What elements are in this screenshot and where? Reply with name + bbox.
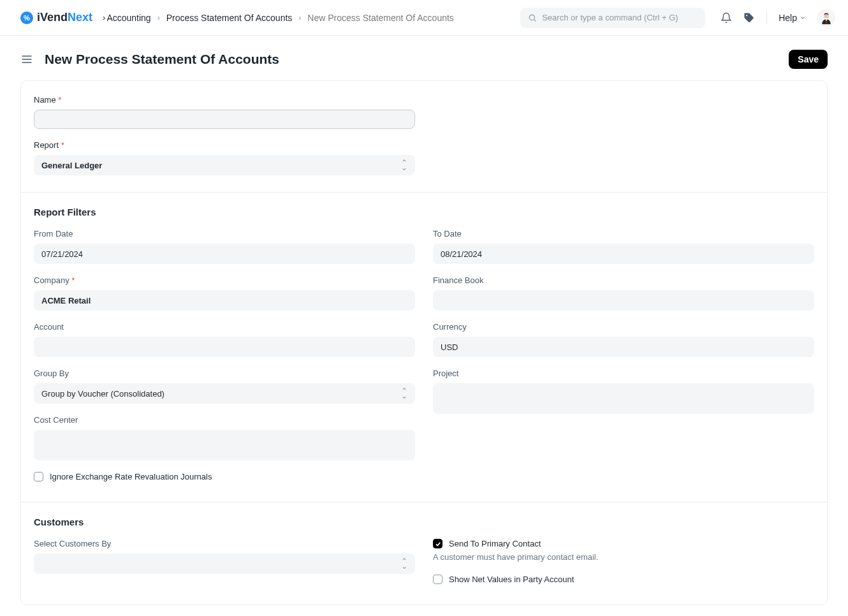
checkbox-checked-icon bbox=[433, 539, 442, 548]
section-report-filters: Report Filters From Date 07/21/2024 Comp… bbox=[21, 193, 827, 502]
divider bbox=[766, 11, 767, 24]
project-label: Project bbox=[433, 369, 814, 378]
breadcrumb-accounting[interactable]: Accounting bbox=[106, 13, 150, 23]
brand-logo[interactable]: % iVendNext bbox=[20, 11, 92, 24]
search-bar[interactable] bbox=[520, 8, 705, 28]
help-label: Help bbox=[779, 13, 797, 23]
brand-text-1: iVend bbox=[37, 11, 68, 24]
show-net-checkbox[interactable]: Show Net Values in Party Account bbox=[433, 575, 814, 584]
help-menu[interactable]: Help bbox=[779, 13, 806, 23]
report-select[interactable]: General Ledger bbox=[34, 155, 415, 175]
avatar[interactable] bbox=[817, 9, 835, 27]
section-customers: Customers Select Customers By ⌃⌄ Send To… bbox=[21, 502, 827, 605]
currency-input[interactable]: USD bbox=[433, 337, 814, 357]
group-by-label: Group By bbox=[34, 369, 415, 378]
section-main: Name * Report * General Ledger ⌃⌄ bbox=[21, 81, 827, 193]
notification-icon[interactable] bbox=[720, 12, 732, 24]
company-input[interactable]: ACME Retail bbox=[34, 290, 415, 311]
select-caret-icon: ⌃⌄ bbox=[401, 559, 407, 569]
svg-line-1 bbox=[534, 19, 536, 21]
project-input[interactable] bbox=[433, 383, 814, 414]
ignore-exchange-checkbox[interactable]: Ignore Exchange Rate Revaluation Journal… bbox=[34, 472, 415, 481]
form-card: Name * Report * General Ledger ⌃⌄ Report… bbox=[20, 80, 828, 605]
menu-icon[interactable] bbox=[20, 53, 33, 66]
page-title: New Process Statement Of Accounts bbox=[45, 52, 789, 67]
group-by-select[interactable]: Group by Voucher (Consolidated) bbox=[34, 383, 415, 404]
account-input[interactable] bbox=[34, 337, 415, 357]
company-label: Company * bbox=[34, 275, 415, 285]
report-filters-title: Report Filters bbox=[34, 207, 814, 217]
select-caret-icon: ⌃⌄ bbox=[401, 160, 407, 170]
breadcrumb-process-soa[interactable]: Process Statement Of Accounts bbox=[166, 13, 293, 23]
to-date-input[interactable]: 08/21/2024 bbox=[433, 244, 814, 264]
name-input[interactable] bbox=[34, 110, 415, 129]
svg-point-0 bbox=[530, 15, 535, 20]
account-label: Account bbox=[34, 322, 415, 332]
save-button[interactable]: Save bbox=[789, 50, 828, 69]
brand-mark: % bbox=[20, 11, 33, 24]
send-primary-label: Send To Primary Contact bbox=[449, 539, 541, 548]
finance-book-input[interactable] bbox=[433, 290, 814, 311]
nav-actions: Help bbox=[720, 9, 835, 27]
currency-label: Currency bbox=[433, 322, 814, 332]
select-customers-by-label: Select Customers By bbox=[34, 539, 415, 548]
cost-center-label: Cost Center bbox=[34, 415, 415, 425]
checkbox-icon bbox=[34, 472, 43, 481]
brand-text-2: Next bbox=[68, 11, 92, 24]
report-label: Report * bbox=[34, 140, 415, 150]
breadcrumb: Accounting › Process Statement Of Accoun… bbox=[106, 13, 453, 23]
search-icon bbox=[528, 13, 537, 22]
name-label: Name * bbox=[34, 95, 415, 105]
from-date-input[interactable]: 07/21/2024 bbox=[34, 244, 415, 264]
customers-title: Customers bbox=[34, 517, 814, 527]
breadcrumb-current: New Process Statement Of Accounts bbox=[307, 13, 454, 23]
send-primary-checkbox[interactable]: Send To Primary Contact bbox=[433, 539, 814, 548]
svg-rect-4 bbox=[826, 20, 826, 24]
ignore-exchange-label: Ignore Exchange Rate Revaluation Journal… bbox=[50, 472, 212, 481]
search-input[interactable] bbox=[542, 13, 698, 22]
to-date-label: To Date bbox=[433, 229, 814, 238]
chevron-right-icon: › bbox=[101, 13, 106, 22]
cost-center-input[interactable] bbox=[34, 430, 415, 460]
show-net-label: Show Net Values in Party Account bbox=[449, 575, 574, 584]
chevron-right-icon: › bbox=[298, 13, 301, 22]
send-primary-helper: A customer must have primary contact ema… bbox=[433, 552, 814, 562]
chevron-right-icon: › bbox=[157, 13, 160, 22]
chevron-down-icon bbox=[800, 15, 806, 21]
page-header: New Process Statement Of Accounts Save bbox=[0, 36, 848, 80]
from-date-label: From Date bbox=[34, 229, 415, 238]
select-customers-by-select[interactable] bbox=[34, 554, 415, 574]
svg-point-2 bbox=[746, 15, 747, 16]
tag-icon[interactable] bbox=[743, 12, 755, 24]
finance-book-label: Finance Book bbox=[433, 275, 814, 285]
select-caret-icon: ⌃⌄ bbox=[401, 388, 407, 399]
checkbox-icon bbox=[433, 575, 442, 584]
navbar: % iVendNext › Accounting › Process State… bbox=[0, 0, 848, 36]
